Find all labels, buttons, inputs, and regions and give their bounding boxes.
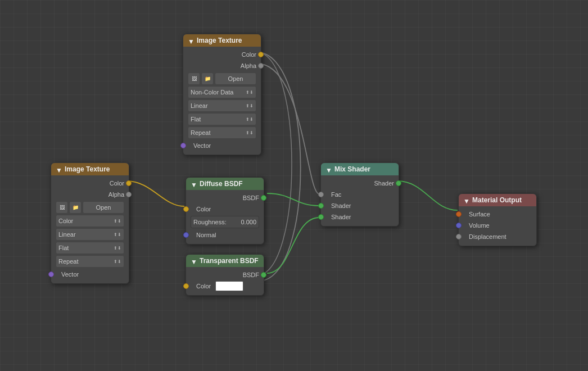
shader1-in-label: Shader [331, 202, 351, 209]
ext-arrow-left: ⬆⬇ [114, 259, 121, 264]
socket-row-volume-in: Volume [459, 220, 536, 231]
roughness-field[interactable]: Roughness: 0.000 [191, 216, 259, 228]
roughness-value: 0.000 [241, 219, 256, 225]
open-btn-row-left: 🖼 📁 Open [56, 201, 124, 214]
node-body-diffuse-bsdf: BSDF Color Roughness: 0.000 Normal [186, 190, 264, 244]
interpolation-value-left: Linear [58, 231, 76, 238]
shader2-in-label: Shader [331, 214, 351, 220]
node-body-image-texture-top: Color Alpha 🖼 📁 Open Non-Color Data ⬆⬇ L… [183, 47, 261, 155]
interpolation-dropdown-top[interactable]: Linear ⬆⬇ [188, 99, 256, 112]
socket-vector-input-top[interactable] [180, 143, 186, 148]
node-mix-shader: ▼ Mix Shader Shader Fac Shader Shader [320, 162, 399, 227]
socket-color-input-diffuse[interactable] [183, 206, 189, 212]
socket-shader1-input[interactable] [318, 203, 324, 209]
projection-value-top: Flat [191, 116, 201, 123]
interpolation-control-left: Linear ⬆⬇ [56, 228, 124, 241]
socket-displacement-input[interactable] [456, 234, 462, 239]
socket-row-shader2-in: Shader [321, 211, 399, 223]
projection-arrow: ⬆⬇ [246, 117, 254, 122]
node-header-image-texture-left[interactable]: ▼ Image Texture [51, 163, 129, 175]
socket-row-bsdf-out: BSDF [186, 192, 264, 203]
node-body-image-texture-left: Color Alpha 🖼 📁 Open Color ⬆⬇ Linear ⬆⬇ [51, 175, 129, 283]
extension-dropdown-top[interactable]: Repeat ⬆⬇ [188, 126, 256, 139]
interpolation-dropdown-left[interactable]: Linear ⬆⬇ [56, 228, 124, 241]
socket-bsdf-output[interactable] [261, 195, 266, 201]
collapse-icon-diffuse[interactable]: ▼ [191, 181, 196, 187]
surface-in-label: Surface [469, 211, 490, 218]
collapse-icon-left[interactable]: ▼ [56, 166, 61, 172]
extension-value-left: Repeat [58, 258, 78, 265]
socket-color-output[interactable] [258, 52, 264, 57]
node-header-material-output[interactable]: ▼ Material Output [459, 194, 536, 206]
interpolation-value-top: Linear [191, 102, 208, 109]
extension-arrow: ⬆⬇ [246, 130, 254, 135]
projection-value-left: Flat [58, 245, 69, 251]
socket-color-input-transparent[interactable] [183, 283, 189, 289]
open-btn-row: 🖼 📁 Open [188, 73, 256, 85]
color-space-dropdown-top[interactable]: Non-Color Data ⬆⬇ [188, 86, 256, 98]
socket-row-normal-in: Normal [186, 229, 264, 241]
collapse-icon-transparent[interactable]: ▼ [191, 258, 196, 264]
extension-dropdown-left[interactable]: Repeat ⬆⬇ [56, 255, 124, 268]
collapse-icon-mix[interactable]: ▼ [325, 166, 331, 172]
node-title-transparent-bsdf: Transparent BSDF [200, 257, 259, 265]
open-button-top[interactable]: Open [215, 73, 256, 85]
roughness-label: Roughness: [193, 219, 227, 225]
node-header-mix-shader[interactable]: ▼ Mix Shader [321, 163, 399, 175]
vector-in-label-top: Vector [193, 142, 211, 149]
socket-row-bsdf-out-transparent: BSDF [186, 269, 264, 280]
socket-row-fac-in: Fac [321, 189, 399, 200]
color-space-dropdown-left[interactable]: Color ⬆⬇ [56, 215, 124, 227]
extension-control-left: Repeat ⬆⬇ [56, 255, 124, 268]
socket-fac-input[interactable] [318, 192, 324, 197]
node-diffuse-bsdf: ▼ Diffuse BSDF BSDF Color Roughness: 0.0… [186, 177, 264, 245]
alpha-out-label: Alpha [241, 62, 256, 69]
socket-bsdf-output-transparent[interactable] [261, 272, 266, 278]
node-title-image-texture-left: Image Texture [65, 165, 110, 173]
volume-in-label: Volume [469, 222, 490, 229]
socket-row-alpha-out: Alpha [183, 60, 261, 71]
node-header-transparent-bsdf[interactable]: ▼ Transparent BSDF [186, 255, 264, 267]
node-title-material-output: Material Output [472, 196, 522, 204]
socket-row-color-out-left: Color [51, 178, 129, 189]
color-out-label-left: Color [110, 180, 124, 187]
socket-row-color-in-diffuse: Color [186, 203, 264, 215]
image-icon-2: 📁 [201, 73, 214, 85]
fac-in-label: Fac [331, 191, 341, 198]
socket-color-output-left[interactable] [126, 180, 132, 186]
color-out-label: Color [242, 51, 256, 58]
image-icon-left-2: 📁 [69, 201, 82, 214]
open-button-left[interactable]: Open [83, 201, 124, 214]
socket-vector-input-left[interactable] [48, 272, 54, 277]
socket-volume-input[interactable] [456, 223, 462, 228]
image-icon-1: 🖼 [188, 73, 200, 85]
node-header-image-texture-top[interactable]: ▼ Image Texture [183, 34, 261, 47]
projection-dropdown-left[interactable]: Flat ⬆⬇ [56, 242, 124, 254]
node-header-diffuse-bsdf[interactable]: ▼ Diffuse BSDF [186, 178, 264, 190]
image-icon-left-1: 🖼 [56, 201, 68, 214]
normal-in-label: Normal [196, 232, 216, 238]
color-space-control-left: Color ⬆⬇ [56, 215, 124, 227]
node-body-material-output: Surface Volume Displacement [459, 206, 536, 246]
socket-surface-input[interactable] [456, 211, 462, 217]
color-space-arrow: ⬆⬇ [246, 90, 254, 95]
socket-alpha-output-left[interactable] [126, 192, 132, 197]
projection-dropdown-top[interactable]: Flat ⬆⬇ [188, 113, 256, 125]
color-space-control: Non-Color Data ⬆⬇ [188, 86, 256, 98]
socket-alpha-output[interactable] [258, 63, 264, 69]
collapse-icon[interactable]: ▼ [188, 38, 193, 43]
socket-row-color-in-transparent: Color [186, 280, 264, 292]
socket-shader-output[interactable] [396, 180, 401, 186]
color-preview-transparent[interactable] [215, 281, 243, 291]
displacement-in-label: Displacement [469, 233, 506, 240]
socket-shader2-input[interactable] [318, 214, 324, 220]
socket-row-surface-in: Surface [459, 209, 536, 220]
cs-arrow-left: ⬆⬇ [114, 219, 121, 224]
proj-arrow-left: ⬆⬇ [114, 246, 121, 251]
interp-arrow-left: ⬆⬇ [114, 232, 121, 237]
socket-normal-input[interactable] [183, 232, 189, 238]
socket-row-vector-in: Vector [183, 140, 261, 151]
shader-out-label: Shader [374, 180, 394, 187]
interpolation-arrow: ⬆⬇ [246, 103, 254, 108]
collapse-icon-matout[interactable]: ▼ [463, 197, 469, 203]
